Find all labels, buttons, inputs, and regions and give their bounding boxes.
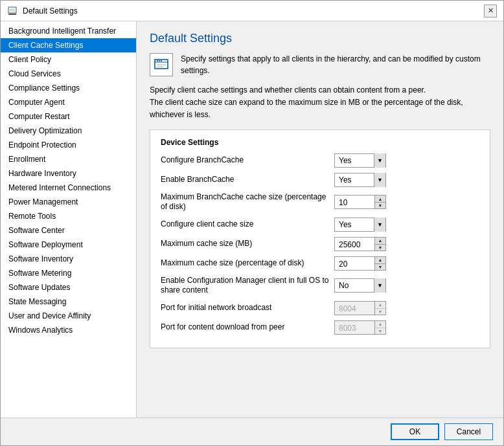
default-settings-dialog: Default Settings ✕ Background Intelligen… <box>0 0 504 446</box>
sidebar-item-software-metering[interactable]: Software Metering <box>1 266 136 280</box>
setting-control-port-content-download: 8003▲▼ <box>334 320 386 335</box>
spinner-value-port-content-download: 8003 <box>335 321 374 334</box>
spinner-up-max-branchcache-size[interactable]: ▲ <box>375 195 385 202</box>
dropdown-arrow-configure-client-cache-size[interactable]: ▼ <box>374 217 385 232</box>
svg-rect-2 <box>8 14 16 15</box>
device-settings-title: Device Settings <box>161 138 479 147</box>
spinner-value-max-cache-size-pct: 20 <box>335 257 374 270</box>
dropdown-enable-branchcache[interactable]: Yes▼ <box>334 173 386 187</box>
dialog-title: Default Settings <box>23 6 78 16</box>
setting-control-enable-branchcache: Yes▼ <box>334 173 386 187</box>
setting-label-enable-branchcache: Enable BranchCache <box>161 175 329 185</box>
spinner-value-port-initial-broadcast: 8004 <box>335 302 374 315</box>
sidebar-item-windows-analytics[interactable]: Windows Analytics <box>1 323 136 337</box>
setting-label-enable-config-manager-full-os: Enable Configuration Manager client in f… <box>161 276 329 296</box>
spinner-down-port-content-download: ▼ <box>375 328 385 334</box>
setting-row-max-cache-size-mb: Maximum cache size (MB)25600▲▼ <box>161 237 479 251</box>
setting-control-configure-client-cache-size: Yes▼ <box>334 217 386 232</box>
setting-control-port-initial-broadcast: 8004▲▼ <box>334 301 386 315</box>
sidebar-item-computer-restart[interactable]: Computer Restart <box>1 109 136 124</box>
sidebar-item-delivery-optimization[interactable]: Delivery Optimization <box>1 124 136 138</box>
sidebar-item-endpoint-protection[interactable]: Endpoint Protection <box>1 138 136 152</box>
header-description: Specify settings that apply to all clien… <box>181 53 490 76</box>
sidebar-item-hardware-inventory[interactable]: Hardware Inventory <box>1 166 136 181</box>
dropdown-configure-branchcache[interactable]: Yes▼ <box>334 153 386 168</box>
sidebar-item-user-device-affinity[interactable]: User and Device Affinity <box>1 309 136 323</box>
sidebar-item-background-intelligent-transfer[interactable]: Background Intelligent Transfer <box>1 24 136 38</box>
dialog-body: Background Intelligent TransferClient Ca… <box>1 21 503 418</box>
settings-icon <box>150 53 173 76</box>
setting-label-port-initial-broadcast: Port for initial network broadcast <box>161 303 329 313</box>
setting-row-enable-config-manager-full-os: Enable Configuration Manager client in f… <box>161 276 479 296</box>
sidebar-item-state-messaging[interactable]: State Messaging <box>1 295 136 309</box>
sidebar-item-power-management[interactable]: Power Management <box>1 195 136 209</box>
spinner-max-branchcache-size[interactable]: 10▲▼ <box>334 195 386 209</box>
dropdown-configure-client-cache-size[interactable]: Yes▼ <box>334 217 386 232</box>
sidebar-item-enrollment[interactable]: Enrollment <box>1 152 136 166</box>
cancel-button[interactable]: Cancel <box>444 423 493 440</box>
sidebar-item-software-deployment[interactable]: Software Deployment <box>1 238 136 252</box>
dropdown-enable-config-manager-full-os[interactable]: No▼ <box>334 278 386 293</box>
ok-button[interactable]: OK <box>391 423 439 440</box>
setting-label-configure-client-cache-size: Configure client cache size <box>161 219 329 230</box>
sidebar-item-client-policy[interactable]: Client Policy <box>1 52 136 67</box>
sidebar-item-cloud-services[interactable]: Cloud Services <box>1 67 136 81</box>
settings-rows: Configure BranchCacheYes▼Enable BranchCa… <box>161 153 479 335</box>
dropdown-value-enable-config-manager-full-os: No <box>335 278 374 293</box>
sidebar-item-software-updates[interactable]: Software Updates <box>1 280 136 295</box>
setting-row-port-initial-broadcast: Port for initial network broadcast8004▲▼ <box>161 301 479 315</box>
spinner-down-max-cache-size-pct[interactable]: ▼ <box>375 263 385 270</box>
dropdown-arrow-enable-branchcache[interactable]: ▼ <box>374 173 385 187</box>
close-button[interactable]: ✕ <box>484 5 497 17</box>
setting-control-max-cache-size-pct: 20▲▼ <box>334 256 386 271</box>
setting-label-max-cache-size-mb: Maximum cache size (MB) <box>161 239 329 249</box>
header-section: Specify settings that apply to all clien… <box>150 53 490 76</box>
setting-row-configure-branchcache: Configure BranchCacheYes▼ <box>161 153 479 168</box>
setting-row-port-content-download: Port for content download from peer8003▲… <box>161 320 479 335</box>
setting-control-max-cache-size-mb: 25600▲▼ <box>334 237 386 251</box>
svg-rect-1 <box>10 8 15 12</box>
spinner-up-port-initial-broadcast: ▲ <box>375 302 385 308</box>
dropdown-value-configure-branchcache: Yes <box>335 153 374 168</box>
sidebar-item-software-center[interactable]: Software Center <box>1 223 136 238</box>
setting-row-max-branchcache-size: Maximum BranchCache cache size (percenta… <box>161 192 479 212</box>
sidebar: Background Intelligent TransferClient Ca… <box>1 21 137 418</box>
device-settings-box: Device Settings Configure BranchCacheYes… <box>150 129 490 348</box>
dropdown-arrow-configure-branchcache[interactable]: ▼ <box>374 153 385 168</box>
dialog-footer: OK Cancel <box>1 418 503 445</box>
sidebar-item-metered-internet-connections[interactable]: Metered Internet Connections <box>1 181 136 195</box>
setting-control-configure-branchcache: Yes▼ <box>334 153 386 168</box>
sidebar-item-computer-agent[interactable]: Computer Agent <box>1 95 136 109</box>
dropdown-value-configure-client-cache-size: Yes <box>335 217 374 232</box>
dropdown-value-enable-branchcache: Yes <box>335 173 374 187</box>
spinner-down-port-initial-broadcast: ▼ <box>375 308 385 315</box>
dropdown-arrow-enable-config-manager-full-os[interactable]: ▼ <box>374 278 385 293</box>
page-title: Default Settings <box>150 32 490 45</box>
spinner-value-max-branchcache-size: 10 <box>335 195 374 208</box>
info-text: Specify client cache settings and whethe… <box>150 84 490 122</box>
spinner-down-max-branchcache-size[interactable]: ▼ <box>375 202 385 208</box>
dialog-icon <box>7 6 17 16</box>
title-bar: Default Settings ✕ <box>1 1 503 21</box>
setting-control-max-branchcache-size: 10▲▼ <box>334 195 386 209</box>
main-content: Default Settings Specify settings that a… <box>137 21 503 418</box>
setting-label-configure-branchcache: Configure BranchCache <box>161 155 329 166</box>
setting-label-max-cache-size-pct: Maximum cache size (percentage of disk) <box>161 258 329 269</box>
sidebar-item-software-inventory[interactable]: Software Inventory <box>1 252 136 266</box>
sidebar-item-compliance-settings[interactable]: Compliance Settings <box>1 81 136 95</box>
spinner-port-content-download: 8003▲▼ <box>334 320 386 335</box>
spinner-max-cache-size-pct[interactable]: 20▲▼ <box>334 256 386 271</box>
spinner-down-max-cache-size-mb[interactable]: ▼ <box>375 244 385 251</box>
spinner-up-max-cache-size-mb[interactable]: ▲ <box>375 238 385 244</box>
sidebar-item-client-cache-settings[interactable]: Client Cache Settings <box>1 38 136 52</box>
setting-label-max-branchcache-size: Maximum BranchCache cache size (percenta… <box>161 192 329 212</box>
setting-row-configure-client-cache-size: Configure client cache sizeYes▼ <box>161 217 479 232</box>
spinner-port-initial-broadcast: 8004▲▼ <box>334 301 386 315</box>
sidebar-item-remote-tools[interactable]: Remote Tools <box>1 209 136 223</box>
setting-control-enable-config-manager-full-os: No▼ <box>334 278 386 293</box>
setting-label-port-content-download: Port for content download from peer <box>161 322 329 333</box>
setting-row-max-cache-size-pct: Maximum cache size (percentage of disk)2… <box>161 256 479 271</box>
spinner-max-cache-size-mb[interactable]: 25600▲▼ <box>334 237 386 251</box>
spinner-up-max-cache-size-pct[interactable]: ▲ <box>375 257 385 263</box>
spinner-value-max-cache-size-mb: 25600 <box>335 238 374 251</box>
